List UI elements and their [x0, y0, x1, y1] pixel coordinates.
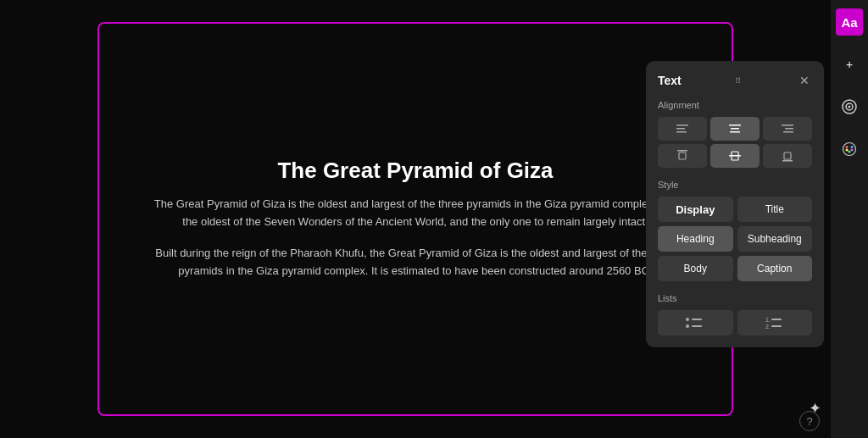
style-display-button[interactable]: Display [658, 197, 733, 222]
right-toolbar: Aa + [831, 0, 868, 438]
add-tool-button[interactable]: + [836, 51, 863, 78]
svg-rect-0 [676, 125, 688, 126]
panel-drag-handle[interactable]: ⠿ [735, 76, 743, 86]
palette-tool-button[interactable] [836, 136, 863, 163]
svg-rect-17 [692, 319, 702, 320]
svg-point-31 [846, 149, 849, 152]
alignment-row1 [658, 117, 812, 141]
style-title-button[interactable]: Title [737, 197, 813, 222]
svg-rect-2 [676, 131, 687, 133]
svg-rect-4 [731, 128, 739, 130]
canvas-body2: Built during the reign of the Pharaoh Kh… [150, 245, 681, 280]
lists-grid: 1. 2. [658, 310, 812, 335]
svg-rect-6 [782, 125, 793, 126]
canvas-title: The Great Pyramid of Giza [277, 158, 553, 184]
panel-header: Text ⠿ ✕ [658, 73, 812, 88]
svg-point-32 [851, 149, 854, 152]
panel-close-button[interactable]: ✕ [797, 73, 812, 88]
text-panel: Text ⠿ ✕ Alignment [646, 61, 824, 347]
align-top-button[interactable] [658, 144, 707, 168]
align-right-icon [781, 122, 794, 136]
svg-rect-15 [784, 152, 791, 159]
svg-text:2.: 2. [765, 324, 771, 330]
svg-rect-23 [771, 325, 782, 327]
help-button[interactable]: ? [799, 411, 820, 431]
text-tool-button[interactable]: Aa [836, 8, 863, 36]
svg-rect-5 [730, 131, 740, 133]
svg-point-26 [849, 106, 851, 108]
align-middle-button[interactable] [710, 144, 760, 168]
ordered-list-button[interactable]: 1. 2. [737, 310, 813, 335]
svg-point-30 [849, 151, 851, 153]
svg-rect-9 [677, 150, 687, 152]
svg-text:1.: 1. [765, 317, 771, 323]
lists-label: Lists [658, 293, 812, 303]
align-bottom-icon [781, 149, 794, 163]
target-icon [842, 99, 857, 114]
svg-point-28 [846, 146, 849, 148]
svg-point-16 [686, 318, 689, 321]
svg-rect-12 [729, 155, 741, 157]
align-middle-icon [728, 149, 742, 163]
style-subheading-button[interactable]: Subheading [737, 226, 813, 252]
align-right-button[interactable] [763, 117, 812, 141]
unordered-list-icon [685, 315, 705, 330]
style-caption-button[interactable]: Caption [737, 256, 813, 281]
svg-rect-10 [679, 152, 686, 159]
align-bottom-button[interactable] [763, 144, 812, 168]
svg-rect-1 [676, 128, 685, 130]
svg-rect-8 [783, 131, 793, 133]
svg-rect-19 [692, 325, 702, 327]
unordered-list-button[interactable] [658, 310, 733, 335]
style-body-button[interactable]: Body [658, 256, 733, 281]
align-center-button[interactable] [710, 117, 760, 141]
align-center-icon [728, 122, 742, 136]
canvas-frame: The Great Pyramid of Giza The Great Pyra… [97, 22, 733, 416]
svg-point-18 [686, 324, 689, 328]
target-tool-button[interactable] [836, 93, 863, 120]
panel-title: Text [658, 74, 682, 87]
palette-icon [842, 141, 857, 157]
ordered-list-icon: 1. 2. [765, 315, 785, 330]
svg-rect-21 [771, 319, 782, 320]
style-label: Style [658, 180, 812, 190]
svg-rect-7 [785, 128, 793, 130]
align-left-icon [676, 122, 689, 136]
svg-point-27 [843, 143, 856, 156]
alignment-label: Alignment [658, 100, 812, 110]
canvas-body1: The Great Pyramid of Giza is the oldest … [150, 196, 681, 231]
align-left-button[interactable] [658, 117, 707, 141]
align-top-icon [676, 149, 689, 163]
svg-rect-3 [729, 125, 741, 126]
svg-point-29 [851, 146, 854, 148]
style-heading-button[interactable]: Heading [658, 226, 733, 252]
alignment-row2 [658, 144, 812, 168]
style-grid: Display Title Heading Subheading Body Ca… [658, 197, 812, 281]
svg-rect-14 [782, 160, 793, 162]
